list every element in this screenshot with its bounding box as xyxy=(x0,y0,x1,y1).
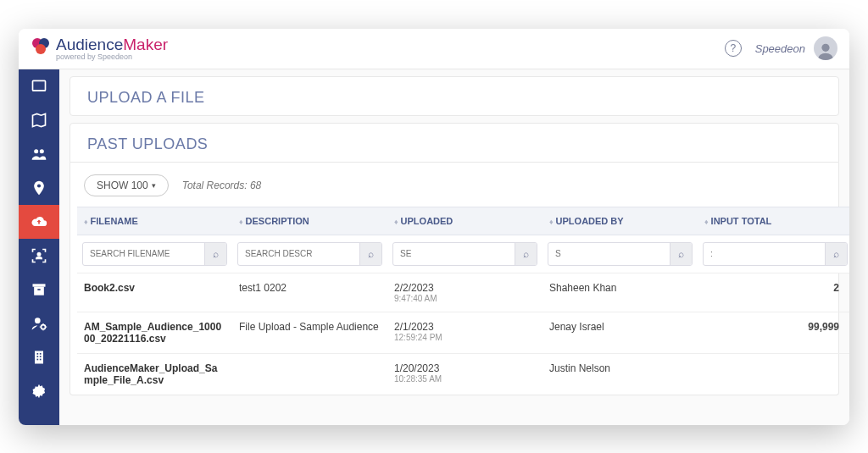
brand-logo[interactable]: AudienceMaker powered by Speedeon xyxy=(31,36,168,61)
nav-settings[interactable] xyxy=(19,374,59,408)
filter-row: ⌕ ⌕ ⌕ ⌕ ⌕ ⌕ ⌕ xyxy=(77,235,849,273)
sort-icon: ♦ xyxy=(704,218,709,226)
svg-point-3 xyxy=(821,44,829,52)
cell-input-total: 2 xyxy=(698,273,849,312)
search-icon[interactable]: ⌕ xyxy=(670,243,692,265)
cell-uploaded-by: Jenay Israel xyxy=(542,312,698,353)
search-icon[interactable]: ⌕ xyxy=(515,243,537,265)
col-input-total[interactable]: ♦INPUT TOTAL xyxy=(698,207,849,235)
sort-icon: ♦ xyxy=(549,218,554,226)
uploads-panel: SHOW 100 Total Records: 68 ♦FILENAME ♦DE… xyxy=(70,163,839,395)
nav-audiences[interactable] xyxy=(19,137,59,171)
show-count-dropdown[interactable]: SHOW 100 xyxy=(84,174,169,196)
search-input-total-input[interactable] xyxy=(704,244,825,263)
svg-rect-20 xyxy=(37,358,39,360)
nav-scan[interactable] xyxy=(19,239,59,273)
brand-subtitle: powered by Speedeon xyxy=(56,52,168,61)
svg-rect-17 xyxy=(40,353,42,355)
help-icon[interactable]: ? xyxy=(725,40,742,57)
svg-rect-10 xyxy=(33,284,46,286)
brand-name-b: Maker xyxy=(123,36,168,53)
section-upload-file[interactable]: UPLOAD A FILE xyxy=(70,76,839,116)
nav-dashboard[interactable] xyxy=(19,69,59,103)
table-row: Book2.csv test1 0202 2/2/20239:47:40 AM … xyxy=(77,273,849,312)
app-window: AudienceMaker powered by Speedeon ? Spee… xyxy=(19,29,849,425)
svg-rect-19 xyxy=(40,356,42,357)
svg-rect-15 xyxy=(35,351,43,363)
topbar: AudienceMaker powered by Speedeon ? Spee… xyxy=(19,29,849,69)
svg-point-7 xyxy=(40,149,44,153)
col-description[interactable]: ♦DESCRIPTION xyxy=(232,207,387,235)
nav-upload[interactable] xyxy=(19,205,59,239)
svg-point-14 xyxy=(42,324,46,329)
svg-rect-12 xyxy=(37,289,40,290)
svg-rect-16 xyxy=(37,353,39,355)
cell-filename: Book2.csv xyxy=(77,273,232,312)
search-uploaded-input[interactable] xyxy=(393,244,515,263)
current-user-label: Speedeon xyxy=(755,42,805,55)
svg-point-6 xyxy=(34,149,38,153)
logo-icon xyxy=(31,36,51,60)
cell-uploaded-by: Justin Nelson xyxy=(542,353,698,395)
search-icon[interactable]: ⌕ xyxy=(359,243,381,265)
cell-description xyxy=(232,353,387,395)
nav-location[interactable] xyxy=(19,171,59,205)
svg-point-8 xyxy=(37,184,41,187)
search-uploadedby-input[interactable] xyxy=(548,244,670,263)
cell-input-total xyxy=(698,353,849,395)
cell-uploaded: 2/1/202312:59:24 PM xyxy=(387,312,542,353)
cell-filename: AudienceMaker_Upload_Sample_File_A.csv xyxy=(77,353,232,395)
col-filename[interactable]: ♦FILENAME xyxy=(77,207,232,235)
sort-icon: ♦ xyxy=(84,218,88,226)
uploads-table: ♦FILENAME ♦DESCRIPTION ♦UPLOADED ♦UPLOAD… xyxy=(77,207,849,395)
sidebar-nav xyxy=(19,69,59,425)
search-icon[interactable]: ⌕ xyxy=(204,243,226,265)
svg-rect-4 xyxy=(33,80,46,91)
cell-uploaded: 1/20/202310:28:35 AM xyxy=(387,353,542,395)
nav-user-settings[interactable] xyxy=(19,307,59,340)
cell-input-total: 99,999 xyxy=(698,312,849,353)
svg-point-2 xyxy=(36,44,46,54)
search-filename-input[interactable] xyxy=(83,244,204,263)
col-uploaded[interactable]: ♦UPLOADED xyxy=(387,207,542,235)
section-past-uploads[interactable]: PAST UPLOADS xyxy=(70,123,839,163)
table-row: AM_Sample_Audience_100000_20221116.csv F… xyxy=(77,312,849,353)
total-records-label: Total Records: 68 xyxy=(182,180,262,191)
table-row: AudienceMaker_Upload_Sample_File_A.csv 1… xyxy=(77,353,849,395)
svg-point-13 xyxy=(35,318,41,323)
sort-icon: ♦ xyxy=(394,218,398,226)
search-description-input[interactable] xyxy=(238,244,359,263)
cell-uploaded: 2/2/20239:47:40 AM xyxy=(387,273,542,312)
nav-building[interactable] xyxy=(19,340,59,374)
svg-rect-21 xyxy=(40,358,42,360)
sort-icon: ♦ xyxy=(239,218,243,226)
svg-point-9 xyxy=(37,252,40,255)
cell-description: File Upload - Sample Audience xyxy=(232,312,387,353)
search-icon[interactable]: ⌕ xyxy=(825,243,847,265)
svg-rect-18 xyxy=(37,356,39,357)
cell-description: test1 0202 xyxy=(232,273,387,312)
avatar[interactable] xyxy=(814,36,837,60)
cell-uploaded-by: Shaheen Khan xyxy=(542,273,698,312)
nav-map[interactable] xyxy=(19,103,59,137)
main-content: UPLOAD A FILE PAST UPLOADS SHOW 100 Tota… xyxy=(59,69,849,425)
nav-archive[interactable] xyxy=(19,273,59,307)
svg-rect-11 xyxy=(34,286,44,295)
col-uploaded-by[interactable]: ♦UPLOADED BY xyxy=(542,207,698,235)
cell-filename: AM_Sample_Audience_100000_20221116.csv xyxy=(77,312,232,353)
brand-name-a: Audience xyxy=(56,36,123,53)
